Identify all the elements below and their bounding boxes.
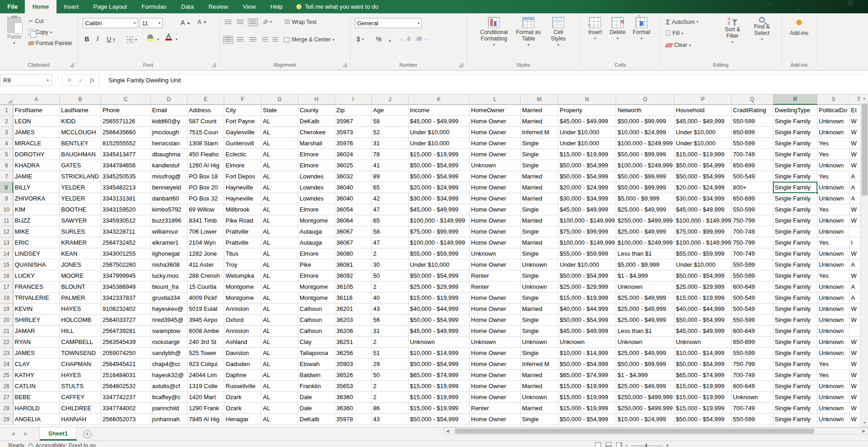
cell-F11[interactable]: Pike Road [224,215,261,226]
cell-J25[interactable]: 50 [372,370,408,381]
cell-B25[interactable]: HAYES [60,370,101,381]
cell-N2[interactable]: $45,000 - $49,999 [558,116,616,127]
cell-I25[interactable]: 36526 [335,370,372,381]
cell-D18[interactable]: grustla334 [151,292,187,304]
cell-G28[interactable]: AL [261,403,298,414]
cell-A3[interactable]: JAMES [13,127,60,138]
cell-E4[interactable]: 1308 Starn [187,138,224,149]
cell-J20[interactable]: 56 [372,315,408,326]
cell-G15[interactable]: AL [261,259,298,270]
cell-O28[interactable]: $250,000 - $499,999 [616,403,675,414]
cell-Q24[interactable]: 750-799 [732,359,773,370]
cell-F25[interactable]: Daphne [224,370,261,381]
tab-home[interactable]: Home [25,0,56,13]
cell-F29[interactable]: Henagar [224,414,261,425]
cell-P25[interactable]: $65,000 - $74,999 [675,370,732,381]
cell-F14[interactable]: Titus [224,248,261,259]
cell-H16[interactable]: Elmore [298,270,335,281]
cell-H3[interactable]: Cherokee [298,127,335,138]
cell-M27[interactable]: Unknown [521,392,558,403]
cell-J11[interactable]: 65 [372,215,408,226]
cell-P12[interactable]: $75,000 - $99,999 [675,226,732,237]
cell-N15[interactable]: Under $10,000 [558,259,616,270]
cell-H20[interactable]: Calhoun [298,315,335,326]
formula-bar-splitter[interactable]: ⋮ [55,75,61,82]
column-header-B[interactable]: B [60,94,101,105]
tab-view[interactable]: View [235,0,263,13]
cell-C9[interactable]: 3343131381 [101,193,151,204]
cell-H8[interactable]: Lowndes [298,182,335,193]
row-header-1[interactable]: 1 [0,105,13,116]
align-center-icon[interactable] [237,37,244,42]
cell-S10[interactable]: Yes [817,204,850,215]
format-cells-button[interactable]: ↔ Format ▾ [630,17,653,40]
cell-C4[interactable]: 8152555552 [101,138,151,149]
cell-D10[interactable]: kimbo5792 [151,204,187,215]
cell-D29[interactable]: jsnhannah [151,414,187,425]
cell-I24[interactable]: 35903 [335,359,372,370]
cell-I23[interactable]: 36256 [335,348,372,359]
cell-O26[interactable]: $25,000 - $49,999 [616,381,675,392]
cell-B9[interactable]: YELDER [60,193,101,204]
cell-Q21[interactable]: 600-649 [732,326,773,337]
cell-K4[interactable]: Under $10,000 [408,138,470,149]
cell-I18[interactable]: 36116 [335,292,372,304]
row-header-25[interactable]: 25 [0,370,13,381]
cell-P15[interactable]: Under $10,000 [675,259,732,270]
cell-Q13[interactable]: 750-799 [732,237,773,248]
row-header-6[interactable]: 6 [0,160,13,171]
column-header-L[interactable]: L [470,94,521,105]
cell-I19[interactable]: 36201 [335,304,372,315]
cell-D5[interactable]: dbaughma [151,149,187,160]
cell-A29[interactable]: ANGELIA [13,414,60,425]
cell-Q8[interactable]: 800+ [732,182,773,193]
cell-S25[interactable]: Yes [817,370,850,381]
cell-D6[interactable]: kandlestuf [151,160,187,171]
cell-I26[interactable]: 35653 [335,381,372,392]
cell-S20[interactable]: Unknown [817,315,850,326]
cell-G20[interactable]: AL [261,315,298,326]
find-select-button[interactable]: Find & Select ▾ [749,17,775,41]
cell-O2[interactable]: $50,000 - $99,999 [616,116,675,127]
column-header-N[interactable]: N [558,94,616,105]
cell-Q16[interactable]: 550-599 [732,270,773,281]
tab-insert[interactable]: Insert [57,0,86,13]
cell-K12[interactable]: $75,000 - $99,999 [408,226,470,237]
cell-H11[interactable]: Montgome [298,215,335,226]
row-header-11[interactable]: 11 [0,215,13,226]
cell-I16[interactable]: 36092 [335,270,372,281]
comma-style-button[interactable]: , [389,34,391,43]
cell-M9[interactable]: Married [521,193,558,204]
cell-Q3[interactable]: 650-699 [732,127,773,138]
cell-G2[interactable]: AL [261,116,298,127]
insert-cells-button[interactable]: ← Insert ▾ [585,17,605,40]
cell-L26[interactable]: Home Owner [470,381,521,392]
cell-O23[interactable]: $25,000 - $49,999 [616,348,675,359]
cell-C26[interactable]: 2564602532 [101,381,151,392]
cell-L3[interactable]: Home Owner [470,127,521,138]
cell-A25[interactable]: KATHY [13,370,60,381]
cell-K18[interactable]: $15,000 - $19,999 [408,292,470,304]
cell-A15[interactable]: QUANISHA [13,259,60,270]
cell-C18[interactable]: 3342337837 [101,292,151,304]
cell-D8[interactable]: bennieyeld [151,182,187,193]
cell-F10[interactable]: Millbrook [224,204,261,215]
cell-O9[interactable]: $5,000 - $9,999 [616,193,675,204]
column-header-E[interactable]: E [187,94,224,105]
cell-G16[interactable]: AL [261,270,298,281]
row-header-10[interactable]: 10 [0,204,13,215]
cell-E20[interactable]: 3945 Airpo [187,315,224,326]
cell-L17[interactable]: Renter [470,281,521,292]
column-header-H[interactable]: H [298,94,335,105]
cell-O5[interactable]: $50,000 - $99,999 [616,149,675,160]
cell-N22[interactable]: Unknown [558,337,616,348]
cell-F19[interactable]: Anniston [224,304,261,315]
align-top-icon[interactable] [225,20,232,25]
cell-C23[interactable]: 2059074250 [101,348,151,359]
cell-O13[interactable]: $100,000 - $249,999 [616,237,675,248]
cell-O21[interactable]: Less than $1 [616,326,675,337]
cell-D1[interactable]: Email [151,105,187,116]
cell-R5[interactable]: Single Family [773,149,817,160]
cell-K1[interactable]: Income [408,105,470,116]
cell-H18[interactable]: Montgome [298,292,335,304]
